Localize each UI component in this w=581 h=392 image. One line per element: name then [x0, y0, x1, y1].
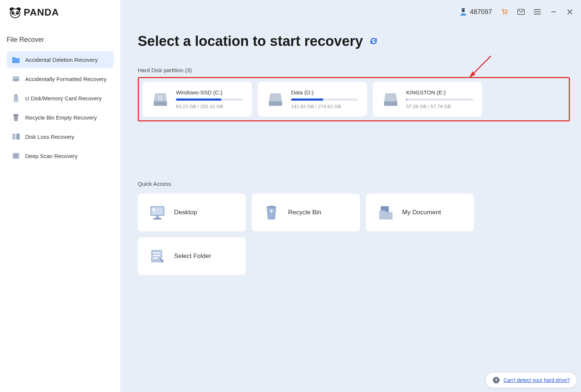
svg-rect-15: [16, 134, 20, 140]
nav-item-recyclebin[interactable]: Recycle Bin Empty Recovery: [7, 109, 114, 126]
partition-header: Hard Disk partition (3): [138, 67, 570, 73]
panda-icon: [9, 7, 21, 18]
sidebar-title: File Recover: [0, 36, 120, 44]
svg-rect-52: [153, 258, 158, 259]
svg-point-41: [386, 103, 387, 104]
quick-card-selectfolder[interactable]: Select Folder: [138, 237, 246, 275]
nav-label: Recycle Bin Empty Recovery: [25, 114, 97, 121]
partition-card-d[interactable]: Data (D:) 141.93 GB / 274.62 GB: [258, 82, 367, 117]
svg-point-20: [503, 14, 504, 15]
help-pill[interactable]: ? Can't detect your hard drive?: [486, 373, 577, 388]
svg-point-5: [13, 12, 14, 13]
svg-rect-11: [14, 94, 17, 96]
svg-rect-12: [14, 96, 18, 102]
help-icon: ?: [492, 376, 500, 384]
usb-icon: [12, 94, 20, 102]
partition-size: 141.93 GB / 274.62 GB: [291, 104, 358, 109]
nav-item-formatted[interactable]: Accidentally Formatted Recovery: [7, 70, 114, 87]
svg-rect-36: [159, 98, 160, 99]
svg-point-6: [17, 12, 17, 13]
svg-rect-34: [159, 97, 160, 97]
quick-label: Select Folder: [174, 252, 211, 260]
nav-item-accidental-deletion[interactable]: Accidental Deletion Recovery: [7, 51, 114, 68]
avatar-icon: [459, 7, 468, 16]
usage-bar: [176, 98, 243, 101]
nav-item-diskloss[interactable]: Disk Loss Recovery: [7, 128, 114, 145]
cart-icon[interactable]: [501, 8, 508, 16]
quick-card-desktop[interactable]: Desktop: [138, 194, 246, 231]
topbar: 487097: [459, 7, 574, 16]
svg-rect-13: [13, 114, 19, 115]
nav-label: Disk Loss Recovery: [25, 134, 74, 140]
nav-label: Accidental Deletion Recovery: [25, 57, 98, 63]
quick-label: My Document: [402, 209, 441, 216]
arrow-annotation-icon: [465, 52, 495, 82]
nav-label: U Disk/Memory Card Recovery: [25, 95, 102, 101]
svg-rect-46: [153, 208, 155, 211]
trash-icon: [12, 113, 20, 121]
hdd-icon: [151, 90, 169, 108]
nav-label: Accidentally Formatted Recovery: [25, 76, 107, 82]
quick-access-grid: Desktop Recycle Bin My Document Select F…: [138, 194, 570, 275]
usage-bar: [291, 98, 358, 101]
svg-rect-35: [161, 97, 161, 97]
usage-bar: [406, 98, 473, 101]
svg-text:?: ?: [495, 378, 498, 383]
partition-name: Data (D:): [291, 89, 358, 96]
select-folder-icon: [149, 248, 166, 265]
minimize-icon[interactable]: [550, 8, 557, 16]
scan-icon: [12, 152, 20, 160]
sidebar: PANDA File Recover Accidental Deletion R…: [0, 0, 120, 392]
svg-rect-51: [153, 255, 160, 256]
refresh-icon[interactable]: [369, 33, 378, 49]
partition-name: KINGSTON (E:): [406, 89, 473, 96]
drive-icon: [12, 75, 20, 83]
page-title-text: Select a location to start recovery: [138, 33, 363, 49]
svg-rect-44: [156, 216, 159, 218]
nav-item-deepscan[interactable]: Deep Scan Recovery: [7, 147, 114, 164]
partition-name: Windows-SSD (C:): [176, 89, 243, 96]
quick-label: Recycle Bin: [288, 209, 321, 216]
partition-size: 63.23 GB / 200.10 GB: [176, 104, 243, 109]
highlight-annotation: Windows-SSD (C:) 63.23 GB / 200.10 GB Da…: [138, 77, 570, 121]
user-id-text: 487097: [470, 8, 492, 16]
partition-row: Windows-SSD (C:) 63.23 GB / 200.10 GB Da…: [143, 82, 565, 117]
svg-rect-8: [12, 58, 20, 63]
svg-point-21: [506, 14, 507, 15]
svg-rect-16: [13, 153, 19, 159]
recyclebin-icon: [263, 204, 280, 221]
nav-list: Accidental Deletion Recovery Accidentall…: [0, 51, 120, 164]
svg-rect-14: [12, 134, 16, 140]
help-link-text: Can't detect your hard drive?: [504, 377, 570, 383]
page-title: Select a location to start recovery: [138, 33, 570, 49]
hdd-icon: [267, 90, 284, 108]
user-account[interactable]: 487097: [459, 7, 492, 16]
book-icon: [12, 133, 20, 141]
svg-rect-10: [13, 79, 19, 81]
usage-fill: [176, 98, 221, 101]
usage-fill: [406, 98, 407, 101]
app-logo: PANDA: [0, 7, 120, 18]
partition-info: Data (D:) 141.93 GB / 274.62 GB: [291, 89, 358, 109]
document-folder-icon: [377, 204, 394, 221]
svg-rect-45: [153, 218, 161, 220]
quick-card-recyclebin[interactable]: Recycle Bin: [252, 194, 360, 231]
partition-card-c[interactable]: Windows-SSD (C:) 63.23 GB / 200.10 GB: [143, 82, 252, 117]
quick-access-title: Quick Access: [138, 181, 570, 187]
usage-fill: [291, 98, 323, 101]
svg-point-39: [271, 103, 272, 104]
mail-icon[interactable]: [517, 8, 525, 16]
svg-rect-50: [153, 252, 160, 254]
nav-label: Deep Scan Recovery: [25, 153, 78, 159]
folder-icon: [12, 56, 20, 64]
partition-size: 57.39 GB / 57.74 GB: [406, 104, 473, 109]
partition-card-e[interactable]: KINGSTON (E:) 57.39 GB / 57.74 GB: [373, 82, 482, 117]
quick-card-mydocument[interactable]: My Document: [366, 194, 474, 231]
nav-item-usb[interactable]: U Disk/Memory Card Recovery: [7, 90, 114, 107]
close-icon[interactable]: [566, 8, 574, 16]
menu-icon[interactable]: [534, 8, 541, 16]
svg-rect-33: [158, 96, 163, 100]
partition-info: KINGSTON (E:) 57.39 GB / 57.74 GB: [406, 89, 473, 109]
app-name: PANDA: [24, 7, 59, 18]
svg-rect-37: [161, 98, 161, 99]
